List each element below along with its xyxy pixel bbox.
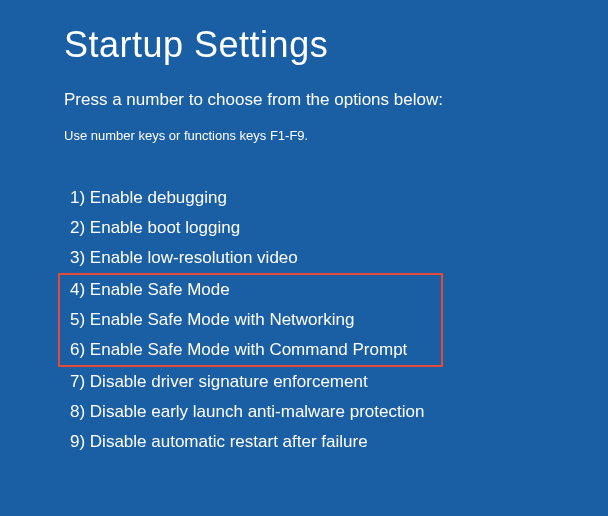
- option-disable-anti-malware[interactable]: 8) Disable early launch anti-malware pro…: [64, 397, 608, 427]
- option-enable-safe-mode-command-prompt[interactable]: 6) Enable Safe Mode with Command Prompt: [64, 335, 437, 365]
- option-enable-debugging[interactable]: 1) Enable debugging: [64, 183, 608, 213]
- instruction-hint: Use number keys or functions keys F1-F9.: [64, 128, 608, 143]
- startup-options-list: 1) Enable debugging 2) Enable boot loggi…: [64, 183, 608, 457]
- option-disable-automatic-restart[interactable]: 9) Disable automatic restart after failu…: [64, 427, 608, 457]
- option-enable-boot-logging[interactable]: 2) Enable boot logging: [64, 213, 608, 243]
- option-enable-low-resolution-video[interactable]: 3) Enable low-resolution video: [64, 243, 608, 273]
- option-disable-driver-signature[interactable]: 7) Disable driver signature enforcement: [64, 367, 608, 397]
- page-subtitle: Press a number to choose from the option…: [64, 90, 608, 110]
- option-enable-safe-mode[interactable]: 4) Enable Safe Mode: [64, 275, 437, 305]
- safe-mode-highlight-box: 4) Enable Safe Mode 5) Enable Safe Mode …: [58, 273, 443, 367]
- page-title: Startup Settings: [64, 24, 608, 66]
- option-enable-safe-mode-networking[interactable]: 5) Enable Safe Mode with Networking: [64, 305, 437, 335]
